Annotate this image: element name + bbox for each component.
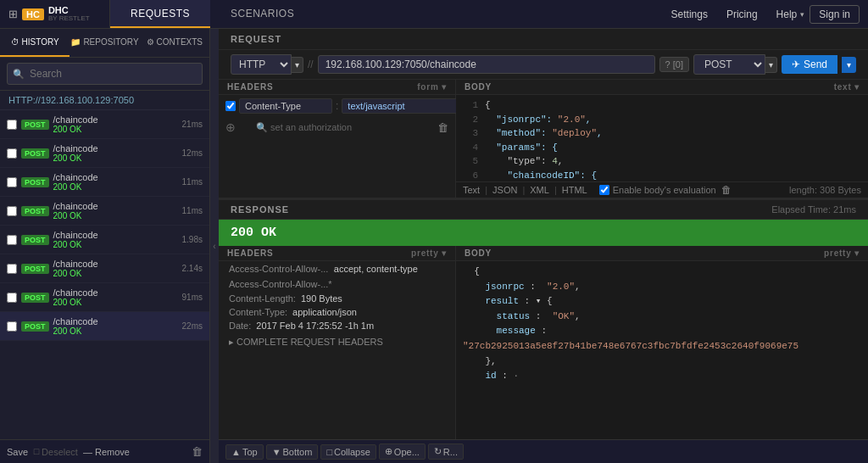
send-button[interactable]: ✈ Send: [782, 55, 837, 74]
method-badge: POST: [21, 235, 49, 245]
header-val-1[interactable]: [342, 98, 470, 114]
bottom-label: Bottom: [283, 447, 313, 457]
item-checkbox[interactable]: [7, 293, 17, 303]
item-checkbox[interactable]: [7, 321, 17, 332]
resp-headers-label: HEADERS: [227, 248, 274, 258]
protocol-select[interactable]: HTTP HTTPS: [231, 54, 292, 75]
refresh-button[interactable]: ↻ R...: [428, 443, 464, 460]
line-content: "jsonrpc": "2.0",: [485, 113, 591, 127]
url-badge[interactable]: ? [0]: [659, 57, 689, 72]
body-eval-wrap: Enable body's evaluation: [599, 185, 716, 195]
item-checkbox[interactable]: [7, 177, 17, 187]
list-item[interactable]: POST /chaincode 200 OK 11ms: [0, 197, 209, 226]
method-badge: POST: [21, 264, 49, 274]
settings-link[interactable]: Settings: [663, 5, 716, 24]
trash-icon[interactable]: 🗑: [192, 445, 203, 458]
resp-header-key: Content-Length:: [229, 293, 296, 304]
resp-headers-pane: HEADERS pretty ▾ Access-Control-Allow-..…: [219, 246, 456, 439]
history-list: POST /chaincode 200 OK 21ms POST /chainc…: [0, 110, 209, 439]
refresh-label: R...: [443, 447, 458, 457]
deselect-button[interactable]: ☐ Deselect: [33, 447, 78, 457]
pricing-link[interactable]: Pricing: [718, 5, 766, 24]
body-trash-icon[interactable]: 🗑: [721, 184, 732, 196]
list-item[interactable]: POST /chaincode 200 OK 21ms: [0, 110, 209, 139]
list-item[interactable]: POST /chaincode 200 OK 22ms: [0, 312, 209, 341]
sign-in-button[interactable]: Sign in: [810, 5, 860, 24]
tab-repository[interactable]: 📁 REPOSITORY: [70, 29, 139, 57]
item-checkbox[interactable]: [7, 120, 17, 130]
resp-body-pretty[interactable]: pretty ▾: [824, 248, 860, 258]
resp-body-label: BODY: [465, 248, 492, 258]
method-badge: POST: [21, 120, 49, 130]
code-line: 1{: [463, 98, 861, 113]
resp-headers-pretty[interactable]: pretty ▾: [411, 248, 447, 258]
status-bar: 200 OK: [219, 220, 868, 246]
code-line: 3 "method": "deploy",: [463, 126, 861, 141]
item-checkbox[interactable]: [7, 264, 17, 274]
tab-contexts[interactable]: ⚙ CONTEXTS: [140, 29, 209, 57]
line-content: "chaincodeID": {: [485, 169, 597, 182]
logo-badge: HC: [22, 8, 44, 20]
response-header-bar: RESPONSE Elapsed Time: 21ms: [219, 200, 868, 220]
bottom-button[interactable]: ▼ Bottom: [266, 444, 319, 460]
url-separator: //: [308, 59, 314, 70]
format-xml[interactable]: XML: [530, 185, 549, 195]
list-item[interactable]: POST /chaincode 200 OK 1.98s: [0, 226, 209, 254]
nav-tab-requests[interactable]: REQUESTS: [110, 0, 210, 28]
body-format-toggle[interactable]: text ▾: [834, 82, 860, 92]
remove-button[interactable]: — Remove: [83, 447, 130, 457]
resp-code-editor[interactable]: { jsonrpc : "2.0", result : ▾ { status :…: [456, 261, 868, 439]
tab-history[interactable]: ⏱ HISTORY: [0, 29, 70, 57]
search-icon: 🔍: [13, 69, 25, 80]
format-html[interactable]: HTML: [562, 185, 587, 195]
nav-tab-scenarios[interactable]: SCENARIOS: [210, 0, 314, 28]
item-checkbox[interactable]: [7, 206, 17, 216]
header-add-trash-icon[interactable]: 🗑: [437, 121, 448, 134]
auth-link[interactable]: 🔍 set an authorization: [256, 122, 352, 133]
collapse-handle[interactable]: ‹: [210, 29, 219, 463]
format-json[interactable]: JSON: [492, 185, 517, 195]
resp-header-val: accept, content-type: [334, 264, 418, 274]
line-content: "type": 4,: [485, 154, 563, 169]
logo-text-area: DHC BY RESTLET: [48, 5, 90, 23]
headers-body-row: HEADERS form ▾ : ✕ ⊕ 🔍 set an authorizat…: [219, 80, 868, 198]
method-select[interactable]: POST GET PUT DELETE: [693, 54, 765, 75]
complete-headers-link[interactable]: ▸ COMPLETE REQUEST HEADERS: [229, 337, 383, 347]
resp-header-val: 2017 Feb 4 17:25:52 -1h 1m: [256, 321, 374, 331]
top-button[interactable]: ▲ Top: [225, 444, 264, 460]
line-content: {: [485, 98, 491, 113]
list-item[interactable]: POST /chaincode 200 OK 91ms: [0, 283, 209, 312]
add-header-icon[interactable]: ⊕: [225, 120, 236, 134]
list-item[interactable]: POST /chaincode 200 OK 11ms: [0, 168, 209, 197]
nav-tabs: REQUESTS SCENARIOS: [110, 0, 314, 28]
collapse-button[interactable]: □ Collapse: [320, 444, 376, 460]
format-text[interactable]: Text: [463, 185, 480, 195]
header-checkbox-1[interactable]: [225, 101, 236, 111]
item-status: 200 OK: [53, 153, 178, 163]
item-path: /chaincode: [53, 287, 178, 298]
code-editor[interactable]: 1{ 2 "jsonrpc": "2.0", 3 "method": "depl…: [456, 95, 868, 181]
list-item[interactable]: POST /chaincode 200 OK 2.14s: [0, 254, 209, 283]
item-checkbox[interactable]: [7, 235, 17, 245]
body-eval-checkbox[interactable]: [599, 185, 609, 195]
item-info: /chaincode 200 OK: [53, 259, 178, 278]
response-title: RESPONSE: [231, 204, 289, 215]
search-input[interactable]: [7, 63, 203, 85]
header-add-row: ⊕ 🔍 set an authorization 🗑: [219, 117, 455, 137]
item-info: /chaincode 200 OK: [53, 143, 178, 163]
send-arrow-button[interactable]: ▾: [842, 57, 856, 73]
code-line: 5 "type": 4,: [463, 154, 861, 169]
save-button[interactable]: Save: [7, 447, 28, 457]
header-key-1[interactable]: [239, 98, 332, 114]
open-button[interactable]: ⊕ Ope...: [379, 443, 426, 460]
list-item[interactable]: POST /chaincode 200 OK 12ms: [0, 139, 209, 168]
headers-form-toggle[interactable]: form ▾: [417, 82, 447, 92]
send-label: Send: [804, 59, 827, 70]
item-path: /chaincode: [53, 316, 178, 326]
item-checkbox[interactable]: [7, 148, 17, 159]
body-pane: BODY text ▾ 1{ 2 "jsonrpc": "2.0", 3 "me…: [456, 80, 868, 198]
line-num: 3: [463, 126, 478, 141]
resp-header-key: Content-Type:: [229, 307, 287, 317]
logo-area: ⊞ HC DHC BY RESTLET: [0, 0, 110, 28]
url-input[interactable]: [318, 55, 655, 74]
